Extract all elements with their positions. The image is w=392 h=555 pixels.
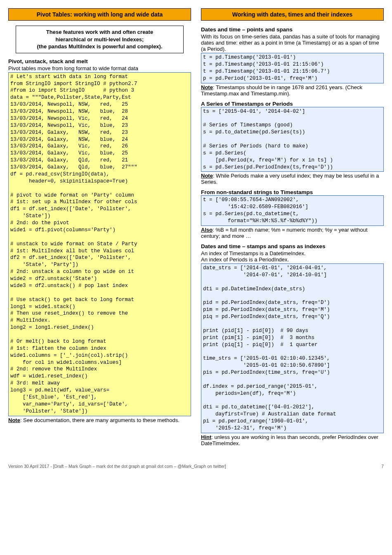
note-series: Note: While Periods make a very useful i… [201,173,384,185]
callout-box: These features work with and often creat… [16,26,184,53]
code-pivot: # Let's start with data in long format f… [8,72,191,416]
note-pivot: Note: See documentation, there are many … [8,417,191,423]
code-series: ts = ['2015-04-01', '2014-04-02'] # Seri… [201,107,384,172]
sec-pivot-intro: Pivot tables move from long format to wi… [8,65,191,71]
note-timestamp: Note: Timestamps should be in range 1678… [201,84,384,97]
left-header: Pivot Tables: working with long and wide… [8,8,191,21]
hint-text: : unless you are working in less than se… [201,434,378,446]
right-header: Working with dates, times and their inde… [201,8,384,21]
sec-dates-intro: With its focus on time-series data, pand… [201,33,384,52]
right-column: Working with dates, times and their inde… [201,8,384,447]
sec-series-title: A Series of Timestamps or Periods [201,101,384,107]
note-text: : Timestamps should be in range 1678 and… [201,84,362,97]
note-label: Note [201,173,213,179]
code-timestamp: t = pd.Timestamp('2013-01-01') t = pd.Ti… [201,53,384,83]
also-label: Also [201,227,213,233]
note-nonstd: Also: %B = full month name; %m = numeric… [201,227,384,239]
footer-left: Version 30 April 2017 - [Draft – Mark Gr… [8,464,226,469]
sec-nonstd-title: From non-standard strings to Timestamps [201,189,384,195]
note-text: : While Periods make a very useful index… [201,173,379,185]
also-text: : %B = full month name; %m = numeric mon… [201,227,368,239]
note-indexes: Hint: unless you are working in less tha… [201,434,384,446]
sec-pivot-title: Pivot, unstack, stack and melt [8,58,191,64]
page-footer: Version 30 April 2017 - [Draft – Mark Gr… [8,464,384,469]
left-column: Pivot Tables: working with long and wide… [8,8,191,447]
note-label: Note [8,417,20,423]
code-nonstd: t = ['09:08:55.7654-JAN092002', '15:42:0… [201,195,384,226]
note-label: Note [201,84,213,90]
code-indexes: date_strs = ['2014-01-01', '2014-04-01',… [201,263,384,433]
sec-indexes-intro: An index of Timestamps is a DatetimeInde… [201,250,384,263]
sec-dates-title: Dates and time – points and spans [201,26,384,33]
sec-indexes-title: Dates and time – stamps and spans as ind… [201,243,384,249]
hint-label: Hint [201,434,211,440]
note-text: : See documentation, there are many argu… [20,417,179,423]
footer-right: 7 [381,464,384,469]
